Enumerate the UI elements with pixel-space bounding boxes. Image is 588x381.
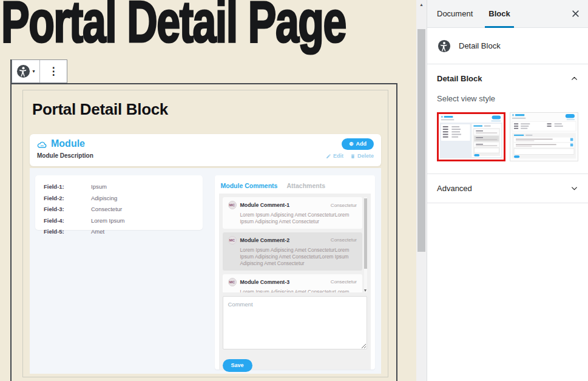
comment-item[interactable]: MC Module Comment-2 Consectetur Lorem Ip… (223, 232, 363, 271)
block-heading: Portal Detail Block (32, 100, 388, 119)
comment-item[interactable]: MC Module Comment-1 Consectetur Lorem Ip… (223, 197, 363, 229)
tab-block[interactable]: Block (482, 0, 516, 27)
field-label: Field-3: (44, 206, 91, 212)
post-title[interactable]: Portal Detail Page (1, 0, 346, 51)
field-row: Field-2: Adipiscing (44, 195, 194, 201)
field-row: Field-4: Lorem Ipsum (44, 217, 194, 224)
kebab-menu-icon: ⋮ (49, 66, 59, 76)
tab-module-comments[interactable]: Module Comments (221, 182, 278, 189)
field-row: Field-3: Consectetur (44, 206, 194, 212)
comment-body: Lorem Ipsum Adipiscing Amet ConsecteturL… (228, 289, 357, 292)
comments-scrollbar[interactable] (364, 197, 367, 292)
field-value: Ipsum (91, 183, 107, 190)
tab-document[interactable]: Document (431, 0, 479, 27)
close-sidebar-button[interactable] (569, 7, 583, 21)
field-value: Amet (91, 228, 104, 235)
view-style-options (437, 112, 578, 161)
panel-advanced-header[interactable]: Advanced (427, 174, 588, 203)
editor-canvas: Portal Detail Page ▾ ⋮ Portal Detail Blo… (0, 0, 416, 381)
sidebar-tabs: Document Block (427, 0, 588, 28)
avatar: MC (228, 201, 237, 209)
edit-icon (326, 153, 331, 159)
view-style-1-preview (439, 114, 504, 160)
module-description: Module Description (37, 152, 93, 159)
edit-label: Edit (333, 153, 343, 159)
comment-body: Lorem Ipsum Adipiscing Amet ConsecteturL… (228, 247, 357, 267)
view-style-2-preview (510, 113, 578, 161)
block-options-button[interactable]: ⋮ (39, 60, 67, 83)
panel-detail-block-header[interactable]: Detail Block (427, 64, 588, 93)
field-row: Field-5: Amet (44, 228, 194, 235)
field-label: Field-4: (44, 217, 91, 224)
edit-button[interactable]: Edit (326, 153, 343, 159)
selected-block-outline: Portal Detail Block Module Module Descri… (10, 83, 397, 381)
comment-title: Module Comment-1 (240, 202, 290, 208)
field-value: Lorem Ipsum (91, 217, 124, 224)
comments-panel: Module Comments Attachments MC Module Co… (215, 175, 376, 369)
field-row: Field-1: Ipsum (44, 183, 194, 190)
comment-input[interactable] (223, 296, 368, 349)
panel-title: Advanced (437, 184, 472, 193)
chevron-up-icon (570, 75, 578, 83)
comment-meta: Consectetur (331, 203, 357, 208)
module-body: Field-1: Ipsum Field-2: Adipiscing Field… (30, 168, 381, 374)
view-style-option-1[interactable] (437, 112, 505, 161)
add-button-label: Add (356, 141, 367, 147)
gutenberg-editor: Portal Detail Page ▾ ⋮ Portal Detail Blo… (0, 0, 588, 381)
view-style-option-2[interactable] (510, 112, 578, 161)
comment-item[interactable]: MC Module Comment-3 Consectetur Lorem Ip… (223, 274, 363, 292)
comments-scrollbar-thumb[interactable] (364, 198, 367, 269)
editor-scrollbar[interactable]: ▲ (416, 0, 427, 381)
editor-scrollbar-thumb[interactable] (417, 29, 425, 252)
accessibility-icon (438, 39, 451, 53)
block-card: Detail Block (427, 28, 588, 64)
save-button[interactable]: Save (223, 359, 252, 372)
portal-detail-block: Portal Detail Block Module Module Descri… (22, 90, 388, 377)
panel-detail-block: Detail Block Select view style (427, 64, 588, 174)
comment-meta: Consectetur (331, 237, 357, 243)
block-outline-connector (10, 59, 12, 84)
panel-detail-block-body: Select view style (427, 94, 588, 174)
delete-button[interactable]: Delete (350, 153, 374, 159)
accessibility-icon (16, 64, 30, 78)
module-title: Module (51, 138, 85, 149)
delete-icon (350, 153, 356, 159)
field-label: Field-2: (44, 195, 91, 201)
block-switcher-button[interactable]: ▾ (12, 60, 39, 83)
comment-title: Module Comment-3 (240, 279, 290, 285)
panel-title: Detail Block (437, 74, 482, 83)
delete-label: Delete (357, 153, 374, 159)
cloud-icon (37, 140, 47, 148)
block-card-title: Detail Block (459, 41, 501, 50)
block-toolbar: ▾ ⋮ (12, 59, 67, 83)
field-label: Field-1: (44, 183, 91, 190)
add-button[interactable]: ⊕ Add (342, 138, 374, 150)
module-header-card: Module Module Description ⊕ Add Edit (30, 134, 381, 166)
comment-meta: Consectetur (331, 279, 357, 285)
fields-card: Field-1: Ipsum Field-2: Adipiscing Field… (35, 175, 203, 230)
field-value: Consectetur (91, 206, 122, 212)
avatar: MC (228, 278, 237, 286)
comments-container: MC Module Comment-1 Consectetur Lorem Ip… (219, 194, 371, 369)
avatar: MC (228, 236, 237, 244)
comments-list: MC Module Comment-1 Consectetur Lorem Ip… (223, 197, 368, 292)
comments-tabs: Module Comments Attachments (219, 180, 371, 194)
scroll-down-arrow-icon (364, 289, 367, 292)
settings-sidebar: Document Block Detail Block Detail Block… (427, 0, 588, 381)
field-label: Field-5: (44, 228, 91, 235)
tab-attachments[interactable]: Attachments (286, 182, 325, 189)
panel-advanced: Advanced (427, 174, 588, 203)
dropdown-arrow-icon: ▾ (32, 69, 35, 74)
select-view-style-label: Select view style (437, 94, 578, 103)
comment-title: Module Comment-2 (240, 237, 290, 243)
add-icon: ⊕ (349, 141, 354, 147)
field-value: Adipiscing (91, 195, 117, 201)
close-icon (571, 9, 580, 18)
scroll-up-arrow-icon[interactable]: ▲ (416, 2, 427, 7)
comment-body: Lorem Ipsum Adipiscing Amet ConsecteturL… (228, 212, 357, 225)
chevron-down-icon (570, 184, 578, 192)
